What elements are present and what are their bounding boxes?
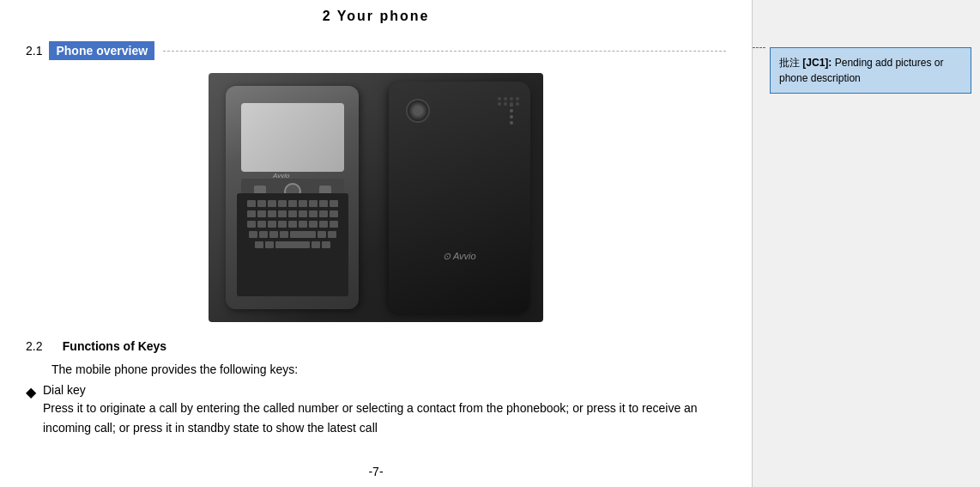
annotation-box: 批注 [JC1]: Pending add pictures or phone … [770,47,971,94]
phone-keyboard [237,193,348,296]
key-description: Press it to originate a call by entering… [43,401,698,434]
section-2-1-header: 2.1 Phone overview [26,41,726,60]
page-footer: -7- [0,465,752,478]
phone-front-view: Avvio [226,86,359,309]
main-content: 2 Your phone 2.1 Phone overview [0,0,753,487]
phone-back-view: ⊙ Avvio [389,82,530,314]
annotation-label-cn: 批注 [779,57,800,69]
section-2-2-title: Functions of Keys [63,339,166,353]
page-heading: 2 Your phone [26,9,726,24]
connector-line [753,47,765,48]
section-2-1-title: Phone overview [49,41,154,60]
bullet-icon: ◆ [26,384,36,400]
intro-text: The mobile phone provides the following … [51,360,726,379]
sidebar: 批注 [JC1]: Pending add pictures or phone … [753,0,980,487]
list-item: ◆ Dial key Press it to originate a call … [26,383,726,437]
section-divider [163,51,726,52]
list-item-content: Dial key Press it to originate a call by… [43,383,726,437]
section-2-2-header: 2.2 Functions of Keys [26,339,726,353]
heading-text: 2 Your phone [323,9,430,23]
key-name: Dial key [43,383,726,397]
phone-image: Avvio [209,73,543,322]
phone-speaker [510,103,513,125]
phone-camera [406,99,430,123]
section-2-2-number: 2.2 [26,339,42,353]
phone-back-logo: ⊙ Avvio [443,251,475,262]
page-number: -7- [368,465,383,478]
annotation-label-code: [JC1]: [802,57,832,69]
section-2-1-number: 2.1 [26,44,42,58]
phone-screen [241,103,344,172]
